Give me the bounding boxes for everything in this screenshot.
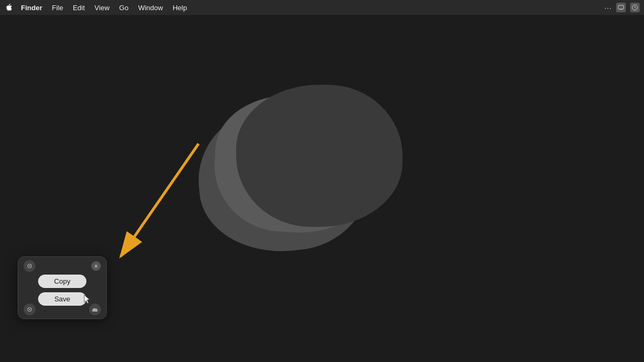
menu-edit[interactable]: Edit: [69, 3, 89, 13]
widget-bottom-bar: [18, 304, 106, 315]
blob-front: [236, 85, 402, 227]
menubar-right: ···: [604, 3, 640, 12]
svg-line-6: [121, 144, 199, 256]
blob-container: [193, 85, 413, 251]
menu-help[interactable]: Help: [169, 3, 191, 13]
svg-point-10: [29, 309, 30, 310]
menu-window[interactable]: Window: [134, 3, 166, 13]
apple-menu[interactable]: [4, 3, 13, 12]
menu-view[interactable]: View: [91, 3, 113, 13]
menu-finder[interactable]: Finder: [17, 3, 46, 13]
widget-buttons: Copy Save: [38, 275, 86, 306]
desktop: × Copy Save: [0, 15, 644, 362]
menu-file[interactable]: File: [48, 3, 67, 13]
widget-close-btn[interactable]: ×: [91, 261, 101, 271]
widget-top-left-btn[interactable]: [24, 260, 35, 272]
menu-go[interactable]: Go: [115, 3, 132, 13]
svg-rect-1: [620, 9, 622, 10]
menubar: Finder File Edit View Go Window Help ···: [0, 0, 644, 15]
menubar-clock-icon: [630, 3, 640, 12]
widget-top-bar: ×: [18, 260, 106, 272]
widget-panel: × Copy Save: [18, 256, 107, 319]
svg-rect-0: [618, 5, 624, 9]
menubar-screen-icon: [616, 3, 626, 12]
svg-point-8: [29, 265, 30, 267]
copy-button[interactable]: Copy: [38, 275, 86, 288]
svg-line-4: [635, 8, 636, 9]
menubar-dots: ···: [604, 4, 612, 12]
widget-bottom-left-btn[interactable]: [24, 304, 35, 315]
widget-cloud-btn[interactable]: [89, 304, 101, 315]
